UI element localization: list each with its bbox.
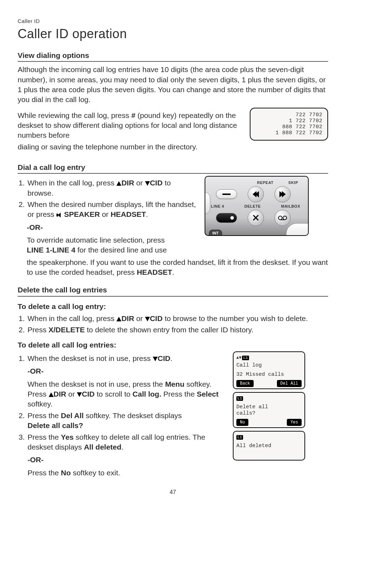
- softkey-delall: Del All: [277, 380, 302, 387]
- up-triangle-icon: [49, 392, 54, 397]
- list-item: Press the Yes softkey to delete all call…: [27, 432, 226, 478]
- up-triangle-icon: [116, 181, 121, 186]
- voicemail-icon: [278, 215, 287, 221]
- lcd-all-deleted: L1 All deleted: [233, 431, 305, 461]
- down-triangle-icon: [145, 181, 150, 186]
- list-item: When in the call log, press DIR or CID t…: [27, 178, 198, 198]
- heading-dial-entry: Dial a call log entry: [18, 162, 328, 174]
- svg-point-0: [278, 216, 282, 220]
- down-triangle-icon: [153, 357, 158, 361]
- mailbox-button: [274, 210, 291, 226]
- svg-point-1: [283, 216, 286, 220]
- or-label: -OR-: [27, 222, 198, 232]
- paragraph: dialing or saving the telephone number i…: [18, 142, 243, 152]
- list-item: Press X/DELETE to delete the shown entry…: [27, 325, 328, 335]
- paragraph: Although the incoming call log entries h…: [18, 65, 328, 105]
- softkey-back: Back: [236, 380, 254, 387]
- subheading-delete-one: To delete a call log entry:: [18, 302, 328, 311]
- list-item: When the desired number displays, lift t…: [27, 200, 198, 220]
- list-item: When in the call log, press DIR or CID t…: [27, 314, 328, 323]
- lcd-delete-confirm: L1 Delete all calls? No Yes: [233, 392, 305, 428]
- ordered-list: When in the call log, press DIR or CID t…: [18, 314, 328, 335]
- lcd-dialing-options: 722 7702 1 722 7702 888 722 7702 1 888 7…: [250, 108, 328, 141]
- or-label: -OR-: [28, 455, 226, 465]
- list-item: When the deskset is not in use, press CI…: [27, 354, 226, 409]
- paragraph: To override automatic line selection, pr…: [27, 235, 198, 255]
- line-pill-button: [216, 189, 237, 199]
- heading-delete-entries: Delete the call log entries: [18, 285, 328, 296]
- section-label: Caller ID: [18, 18, 328, 25]
- up-triangle-icon: [116, 317, 121, 321]
- or-label: -OR-: [28, 366, 226, 376]
- page-title: Caller ID operation: [18, 25, 328, 43]
- skip-button: [274, 186, 291, 202]
- paragraph: the speakerphone. If you want to use the…: [27, 257, 328, 278]
- delete-button: [248, 210, 264, 226]
- repeat-button: [248, 186, 264, 202]
- ordered-list: When in the call log, press DIR or CID t…: [18, 178, 198, 219]
- down-triangle-icon: [77, 392, 82, 397]
- phone-button-panel: REPEATSKIP LINE 4DELETEMAILBOX INT: [205, 176, 309, 236]
- page-number: 47: [18, 488, 328, 496]
- softkey-yes: Yes: [287, 419, 302, 426]
- speaker-icon: [56, 213, 62, 218]
- line4-pill-button: [216, 213, 237, 223]
- lcd-call-log: ▲▼L1 Call log 32 Missed calls Back Del A…: [233, 351, 305, 389]
- paragraph: While reviewing the call log, press # (p…: [18, 111, 243, 141]
- down-triangle-icon: [145, 317, 150, 321]
- int-label: INT: [209, 230, 222, 236]
- subheading-delete-all: To delete all call log entries:: [18, 340, 328, 350]
- ordered-list: When the deskset is not in use, press CI…: [18, 354, 226, 478]
- softkey-no: No: [236, 419, 248, 426]
- heading-view-dialing: View dialing options: [18, 51, 328, 62]
- list-item: Press the Del All softkey. The deskset d…: [27, 411, 226, 431]
